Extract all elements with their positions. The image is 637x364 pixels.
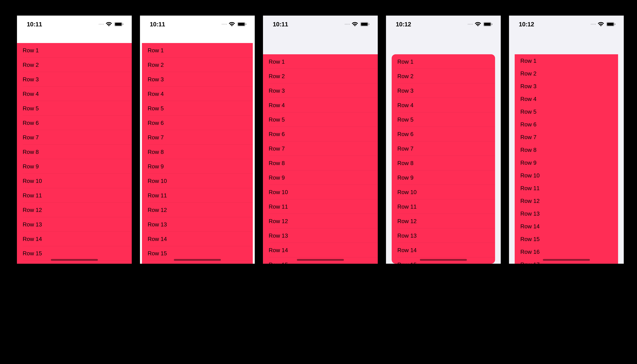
list-row[interactable]: Row 1 bbox=[17, 43, 132, 58]
list-row[interactable]: Row 11 bbox=[392, 199, 495, 214]
row-label: Row 12 bbox=[23, 206, 42, 213]
list-row[interactable]: Row 7 bbox=[142, 130, 253, 144]
list-row[interactable]: Row 1 bbox=[392, 54, 495, 69]
row-label: Row 3 bbox=[397, 87, 414, 94]
list-row[interactable]: Row 6 bbox=[263, 127, 378, 141]
list-row[interactable]: Row 13 bbox=[142, 217, 253, 232]
list-row[interactable]: Row 3 bbox=[263, 83, 378, 98]
list-row[interactable]: Row 12 bbox=[263, 214, 378, 228]
list-row[interactable]: Row 7 bbox=[17, 130, 132, 144]
list-row[interactable]: Row 3 bbox=[17, 72, 132, 86]
list-row[interactable]: Row 10 bbox=[263, 185, 378, 199]
list-row[interactable]: Row 16 bbox=[17, 260, 132, 264]
list-container[interactable]: Row 1Row 2Row 3Row 4Row 5Row 6Row 7Row 8… bbox=[392, 54, 495, 264]
list-row[interactable]: Row 14 bbox=[392, 243, 495, 257]
list-row[interactable]: Row 11 bbox=[17, 188, 132, 202]
list-row[interactable]: Row 6 bbox=[17, 116, 132, 130]
list-row[interactable]: Row 13 bbox=[263, 228, 378, 243]
home-indicator[interactable] bbox=[174, 259, 221, 261]
list-row[interactable]: Row 8 bbox=[392, 156, 495, 170]
home-indicator[interactable] bbox=[51, 259, 98, 261]
list-row[interactable]: Row 7 bbox=[392, 141, 495, 156]
list-row[interactable]: Row 4 bbox=[263, 98, 378, 112]
list-row[interactable]: Row 2 bbox=[142, 58, 253, 72]
list-row[interactable]: Row 9 bbox=[263, 170, 378, 185]
list-row[interactable]: Row 4 bbox=[515, 92, 618, 105]
list-container[interactable]: Row 1Row 2Row 3Row 4Row 5Row 6Row 7Row 8… bbox=[142, 43, 253, 264]
list-row[interactable]: Row 8 bbox=[17, 144, 132, 159]
list-row[interactable]: Row 6 bbox=[142, 116, 253, 130]
list-row[interactable]: Row 3 bbox=[142, 72, 253, 86]
list-row[interactable]: Row 2 bbox=[263, 69, 378, 83]
list-row[interactable]: Row 9 bbox=[17, 159, 132, 174]
home-indicator[interactable] bbox=[543, 259, 590, 261]
list-row[interactable]: Row 11 bbox=[142, 188, 253, 202]
list-row[interactable]: Row 9 bbox=[392, 170, 495, 185]
row-label: Row 10 bbox=[269, 189, 288, 195]
list-row[interactable]: Row 12 bbox=[142, 202, 253, 217]
list-row[interactable]: Row 1 bbox=[142, 43, 253, 58]
list-row[interactable]: Row 12 bbox=[17, 202, 132, 217]
row-label: Row 3 bbox=[23, 76, 39, 82]
list-row[interactable]: Row 16 bbox=[515, 246, 618, 258]
list-row[interactable]: Row 15 bbox=[142, 246, 253, 260]
list-row[interactable]: Row 5 bbox=[263, 112, 378, 127]
list-row[interactable]: Row 5 bbox=[515, 105, 618, 118]
list-row[interactable]: Row 13 bbox=[17, 217, 132, 232]
list-row[interactable]: Row 15 bbox=[17, 246, 132, 260]
list-row[interactable]: Row 14 bbox=[17, 232, 132, 246]
list-row[interactable]: Row 4 bbox=[142, 86, 253, 101]
list-row[interactable]: Row 14 bbox=[263, 243, 378, 257]
home-indicator[interactable] bbox=[420, 259, 467, 261]
list-row[interactable]: Row 15 bbox=[515, 233, 618, 246]
list-row[interactable]: Row 8 bbox=[142, 144, 253, 159]
list-container[interactable]: Row 1Row 2Row 3Row 4Row 5Row 6Row 7Row 8… bbox=[515, 54, 618, 264]
list-container[interactable]: Row 1Row 2Row 3Row 4Row 5Row 6Row 7Row 8… bbox=[17, 43, 132, 264]
list-row[interactable]: Row 8 bbox=[263, 156, 378, 170]
list-row[interactable]: Row 14 bbox=[142, 232, 253, 246]
list-row[interactable]: Row 10 bbox=[17, 174, 132, 188]
list-row[interactable]: Row 7 bbox=[263, 141, 378, 156]
row-label: Row 13 bbox=[397, 232, 417, 239]
list-row[interactable]: Row 14 bbox=[515, 220, 618, 233]
list-row[interactable]: Row 7 bbox=[515, 131, 618, 144]
list-row[interactable]: Row 10 bbox=[142, 174, 253, 188]
list-row[interactable]: Row 9 bbox=[142, 159, 253, 174]
row-label: Row 15 bbox=[397, 261, 417, 264]
list-row[interactable]: Row 5 bbox=[142, 101, 253, 116]
row-label: Row 5 bbox=[520, 108, 537, 115]
list-row[interactable]: Row 10 bbox=[515, 169, 618, 182]
list-row[interactable]: Row 4 bbox=[392, 98, 495, 112]
list-row[interactable]: Row 13 bbox=[515, 207, 618, 220]
row-label: Row 4 bbox=[269, 102, 285, 108]
list-row[interactable]: Row 2 bbox=[515, 67, 618, 80]
list-row[interactable]: Row 6 bbox=[392, 127, 495, 141]
battery-icon bbox=[483, 22, 493, 26]
list-row[interactable]: Row 1 bbox=[515, 54, 618, 67]
home-indicator[interactable] bbox=[297, 259, 344, 261]
row-label: Row 6 bbox=[397, 131, 414, 137]
row-label: Row 3 bbox=[148, 76, 164, 82]
row-label: Row 5 bbox=[269, 116, 285, 123]
row-label: Row 15 bbox=[23, 250, 42, 257]
list-container[interactable]: Row 1Row 2Row 3Row 4Row 5Row 6Row 7Row 8… bbox=[263, 54, 378, 264]
list-row[interactable]: Row 6 bbox=[515, 118, 618, 131]
list-row[interactable]: Row 9 bbox=[515, 156, 618, 169]
list-row[interactable]: Row 8 bbox=[515, 144, 618, 156]
list-row[interactable]: Row 16 bbox=[142, 260, 253, 264]
list-row[interactable]: Row 12 bbox=[515, 194, 618, 207]
cellular-icon bbox=[222, 24, 227, 24]
list-row[interactable]: Row 1 bbox=[263, 54, 378, 69]
list-row[interactable]: Row 3 bbox=[515, 80, 618, 92]
list-row[interactable]: Row 4 bbox=[17, 86, 132, 101]
list-row[interactable]: Row 2 bbox=[392, 69, 495, 83]
list-row[interactable]: Row 13 bbox=[392, 228, 495, 243]
list-row[interactable]: Row 5 bbox=[392, 112, 495, 127]
list-row[interactable]: Row 12 bbox=[392, 214, 495, 228]
list-row[interactable]: Row 5 bbox=[17, 101, 132, 116]
list-row[interactable]: Row 2 bbox=[17, 58, 132, 72]
list-row[interactable]: Row 3 bbox=[392, 83, 495, 98]
list-row[interactable]: Row 11 bbox=[263, 199, 378, 214]
list-row[interactable]: Row 10 bbox=[392, 185, 495, 199]
list-row[interactable]: Row 11 bbox=[515, 182, 618, 194]
